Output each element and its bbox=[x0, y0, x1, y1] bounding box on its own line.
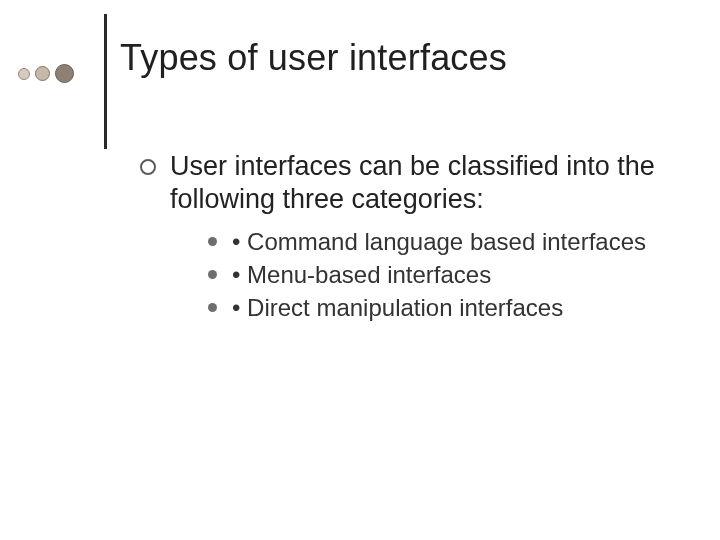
slide-body: User interfaces can be classified into t… bbox=[140, 150, 660, 325]
dot-icon bbox=[18, 68, 30, 80]
list-item: • Menu-based interfaces bbox=[208, 259, 660, 290]
intro-text: User interfaces can be classified into t… bbox=[140, 150, 660, 216]
category-list: • Command language based interfaces • Me… bbox=[140, 226, 660, 324]
slide-title: Types of user interfaces bbox=[120, 37, 690, 79]
decorative-dots bbox=[18, 64, 74, 83]
dot-icon bbox=[35, 66, 50, 81]
slide: Types of user interfaces User interfaces… bbox=[0, 0, 720, 540]
vertical-rule bbox=[104, 14, 107, 149]
list-item: • Command language based interfaces bbox=[208, 226, 660, 257]
list-item: • Direct manipulation interfaces bbox=[208, 292, 660, 323]
dot-icon bbox=[55, 64, 74, 83]
